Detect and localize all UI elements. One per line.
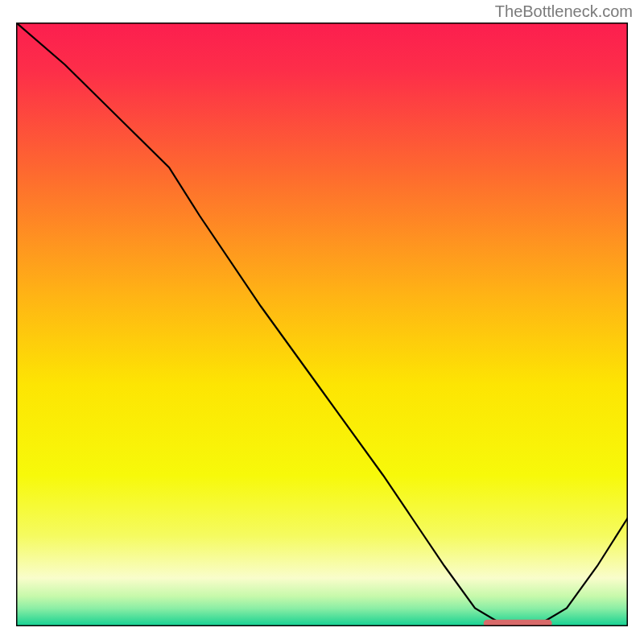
chart-container — [16, 23, 628, 626]
attribution-label: TheBottleneck.com — [495, 2, 633, 21]
gradient-background — [16, 23, 628, 626]
bottleneck-chart — [16, 23, 628, 626]
